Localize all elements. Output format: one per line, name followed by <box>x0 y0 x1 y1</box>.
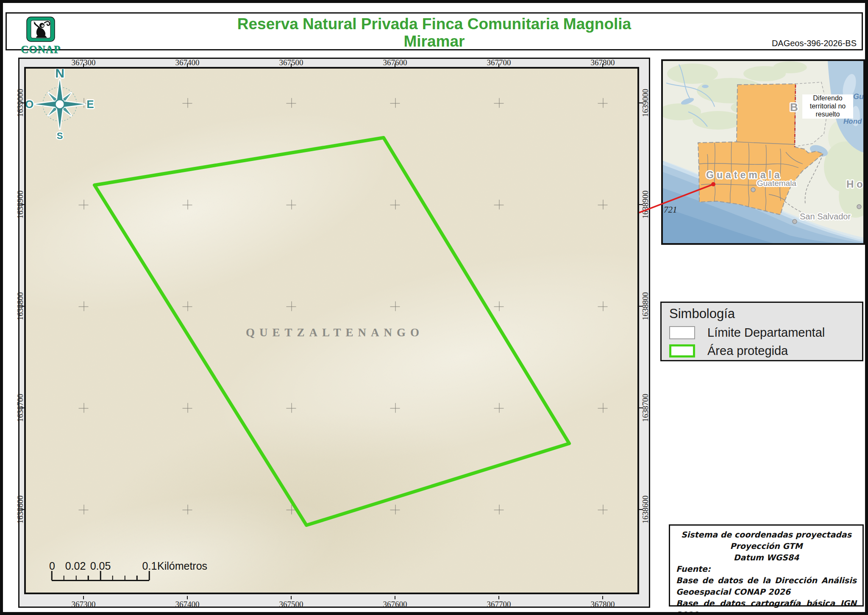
grid-x-tick <box>187 64 188 67</box>
grid-y-tick <box>639 407 643 408</box>
legend-swatch-department <box>669 326 695 339</box>
compass-north-label: N <box>55 67 64 80</box>
document-code: DAGeos-396-2026-BS <box>772 39 857 48</box>
scalebar-tick <box>51 571 53 580</box>
legend-item-label: Límite Departamental <box>707 326 825 340</box>
legend-item: Área protegida <box>669 344 854 358</box>
scalebar-value: 0.02 <box>65 560 86 572</box>
grid-y-tick <box>21 306 24 307</box>
grid-x-tick <box>498 64 499 67</box>
legend-swatch-protected <box>669 344 695 357</box>
scalebar-tick <box>112 576 114 580</box>
scalebar-unit: Kilómetros <box>157 560 207 572</box>
scalebar-value: 0.05 <box>90 560 111 572</box>
grid-x-tick <box>83 596 84 599</box>
scalebar-value: 0.1 <box>142 560 157 572</box>
scalebar-tick <box>100 571 101 580</box>
scalebar-tick <box>124 576 125 580</box>
grid-y-tick <box>639 509 643 510</box>
map-title-line2: Miramar <box>7 33 862 50</box>
projection-info-line: Datum WGS84 <box>676 552 857 563</box>
inset-location-map: B Guatemala Guatemala San Salvador H o G… <box>661 59 865 245</box>
grid-y-tick <box>21 407 24 408</box>
compass-south-label: S <box>57 130 63 141</box>
inset-honduras-fragment: H o <box>846 178 863 190</box>
map-canvas: QUETZALTENANGO N E S O <box>24 67 639 594</box>
header: CONAP Reserva Natural Privada Finca Comu… <box>6 12 863 50</box>
scalebar-tick <box>88 576 89 580</box>
grid-x-label: 367600 <box>383 600 407 609</box>
inset-san-salvador-dot <box>793 219 797 224</box>
scalebar-value: 0 <box>49 560 55 572</box>
grid-x-tick <box>602 596 603 599</box>
grid-x-label: 367400 <box>175 600 200 609</box>
source-lines: Base de datos de la Dirección Análisis G… <box>676 575 857 615</box>
inset-ref-number: 721 <box>664 205 677 215</box>
grid-x-label: 367500 <box>279 600 303 609</box>
scalebar-tick <box>136 576 138 580</box>
inset-capital-label: Guatemala <box>757 179 796 188</box>
grid-x-tick <box>291 596 292 599</box>
grid-y-tick <box>21 204 24 205</box>
map-title-line1: Reserva Natural Privada Finca Comunitari… <box>7 15 862 33</box>
legend-title: Simbología <box>669 306 854 321</box>
map-document-page: CONAP Reserva Natural Privada Finca Comu… <box>0 0 868 615</box>
credits-box: Sistema de coordenadas proyectadasProyec… <box>669 524 864 607</box>
grid-x-tick <box>498 596 499 599</box>
scalebar-tick <box>75 576 77 580</box>
grid-y-tick <box>639 204 643 205</box>
legend-item: Límite Departamental <box>669 326 854 340</box>
grid-x-tick <box>602 64 603 67</box>
projection-info-line: Sistema de coordenadas proyectadas <box>676 529 857 540</box>
map-title: Reserva Natural Privada Finca Comunitari… <box>7 15 862 50</box>
grid-x-tick <box>395 596 395 599</box>
compass-rose-icon: N E S O <box>24 67 97 141</box>
inset-capital-dot <box>751 188 755 192</box>
source-heading: Fuente: <box>676 563 857 575</box>
territorial-note-box: Diferendo territorial no resuelto <box>802 94 853 119</box>
legend: Simbología Límite DepartamentalÁrea prot… <box>660 302 863 361</box>
grid-x-tick <box>83 64 84 67</box>
grid-y-tick <box>639 102 643 103</box>
grid-y-tick <box>21 102 24 103</box>
legend-item-label: Área protegida <box>707 344 788 358</box>
scalebar-tick <box>64 576 65 580</box>
inset-belize-fragment: B <box>790 101 798 114</box>
legend-items: Límite DepartamentalÁrea protegida <box>669 326 854 358</box>
inset-city-dot <box>857 205 861 209</box>
grid-y-tick <box>639 306 643 307</box>
compass-east-label: E <box>86 98 94 111</box>
grid-x-label: 367300 <box>72 600 96 609</box>
department-label: QUETZALTENANGO <box>246 326 424 339</box>
scalebar-tick <box>149 571 150 580</box>
source-line: Base de datos cartografía básica IGN 201… <box>676 598 857 615</box>
compass-west-label: O <box>25 98 33 111</box>
grid-x-label: 367700 <box>487 600 511 609</box>
inset-san-salvador-label: San Salvador <box>800 212 851 221</box>
inset-map-graphic: B Guatemala Guatemala San Salvador H o G… <box>663 61 863 243</box>
source-line: Base de datos de la Dirección Análisis G… <box>676 575 857 598</box>
map-neatline: QUETZALTENANGO N E S O <box>18 58 650 608</box>
inset-sea-label-1: Gu <box>853 92 863 101</box>
grid-y-tick <box>21 509 24 510</box>
grid-x-tick <box>187 596 188 599</box>
projection-info-line: Proyección GTM <box>676 540 857 552</box>
grid-x-tick <box>395 64 395 67</box>
projection-info: Sistema de coordenadas proyectadasProyec… <box>676 529 857 563</box>
grid-x-label: 367800 <box>591 600 615 609</box>
grid-x-tick <box>291 64 292 67</box>
